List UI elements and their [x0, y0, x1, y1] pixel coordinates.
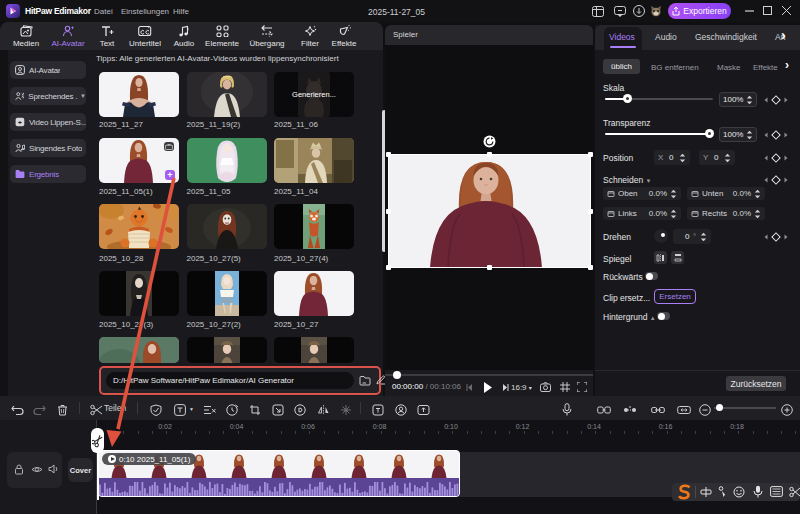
svg-text:Generieren...: Generieren...	[292, 90, 336, 99]
